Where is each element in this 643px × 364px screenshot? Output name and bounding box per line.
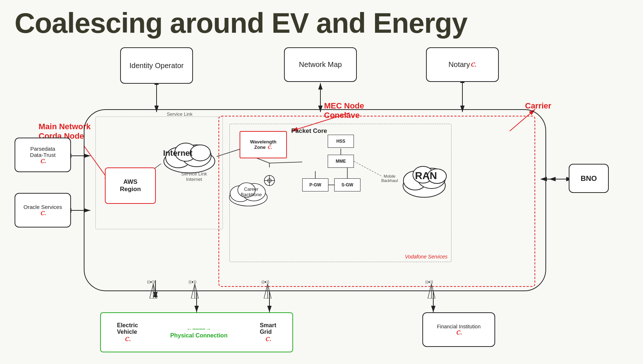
wavelength-zone-box: WavelengthZone 𝐶. (240, 131, 287, 158)
ev-corda-logo: 𝐶. (125, 336, 130, 343)
financial-corda-logo: 𝐶. (456, 329, 462, 336)
oracle-corda-logo: 𝐶. (40, 210, 46, 217)
notary-corda-logo: 𝐶. (471, 62, 476, 68)
parsedata-label: ParsedataData-Trust (30, 146, 55, 158)
identity-operator-box: Identity Operator (120, 47, 193, 84)
electric-vehicle-item: ElectricVehicle 𝐶. (117, 322, 138, 343)
antenna-financial: ((●)) (422, 277, 441, 300)
pgw-box: P-GW (302, 178, 328, 191)
mobile-backhaul-label: MobileBackhaul (375, 174, 404, 183)
service-link-label: Service Link (167, 111, 193, 117)
aws-region-label: AWSRegion (120, 178, 141, 193)
sgw-box: S-GW (334, 178, 360, 191)
page-title: Coalescing around EV and Energy (15, 7, 467, 40)
vodafone-services-label: Vodafone Services (405, 254, 447, 260)
antenna-smartgrid: ((●)) (259, 277, 277, 300)
ev-smart-grid-box: ElectricVehicle 𝐶. ←––––→ Physical Conne… (100, 312, 293, 352)
wavelength-zone-label: WavelengthZone 𝐶. (250, 139, 276, 150)
hss-label: HSS (336, 139, 346, 144)
oracle-services-box: Oracle Services 𝐶. (15, 193, 71, 228)
hss-box: HSS (328, 135, 354, 148)
ran-label: RAN (406, 170, 446, 182)
pgw-label: P-GW (309, 182, 322, 187)
aws-region-box: AWSRegion (105, 167, 156, 204)
network-map-box: Network Map (284, 47, 357, 82)
network-map-label: Network Map (299, 60, 342, 69)
identity-operator-label: Identity Operator (130, 62, 184, 70)
career-backbone-label: CareerBackbone (229, 186, 273, 197)
antenna-left: ((●)) (144, 277, 162, 300)
diagram-area: Identity Operator Network Map Notary 𝐶. … (15, 47, 634, 349)
financial-institution-box: Financial Institution 𝐶. (422, 312, 495, 347)
parsedata-data-trust-box: ParsedataData-Trust 𝐶. (15, 138, 71, 172)
bno-label: BNO (581, 174, 597, 183)
crosshair-symbol (263, 174, 276, 187)
internet-label: Internet (163, 149, 193, 158)
financial-institution-label: Financial Institution (437, 324, 481, 329)
smart-grid-label: SmartGrid (260, 322, 276, 335)
svg-point-35 (190, 145, 210, 161)
svg-text:((●)): ((●)) (261, 280, 269, 284)
mme-label: MME (336, 159, 346, 164)
svg-text:((●)): ((●)) (189, 280, 196, 284)
smartgrid-corda-logo: 𝐶. (265, 336, 271, 343)
svg-text:((●)): ((●)) (425, 280, 433, 284)
notary-label: Notary (449, 60, 470, 69)
svg-text:((●)): ((●)) (147, 280, 155, 284)
sgw-label: S-GW (342, 182, 354, 187)
oracle-services-label: Oracle Services (24, 204, 62, 210)
physical-connection-label: ←––––→ Physical Connection (170, 326, 228, 339)
antenna-ev: ((●)) (186, 277, 204, 300)
mme-box: MME (328, 155, 354, 168)
smart-grid-item: SmartGrid 𝐶. (260, 322, 276, 343)
electric-vehicle-label: ElectricVehicle (117, 322, 138, 335)
packet-core-label: Packet Core (291, 127, 327, 135)
bno-box: BNO (569, 164, 609, 193)
notary-box: Notary 𝐶. (426, 47, 499, 82)
parsedata-corda-logo: 𝐶. (40, 158, 46, 165)
